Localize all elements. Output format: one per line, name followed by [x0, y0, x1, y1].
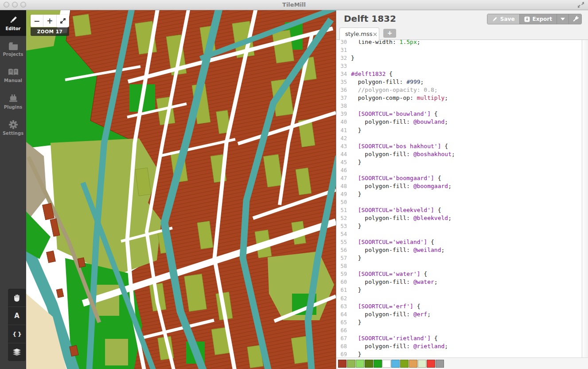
color-swatch[interactable]: [418, 360, 426, 368]
line-number: 37: [336, 94, 351, 102]
code-line[interactable]: 32}: [336, 54, 582, 62]
code-line[interactable]: 37 polygon-comp-op: multiply;: [336, 94, 582, 102]
sidebar-item-plugins[interactable]: Plugins: [0, 88, 26, 114]
code-line[interactable]: 50: [336, 198, 582, 206]
code-line[interactable]: 35 polygon-fill: #999;: [336, 78, 582, 86]
editor-scrollbar[interactable]: [582, 40, 588, 357]
map-preview[interactable]: − + ZOOM 17: [26, 10, 336, 369]
color-swatch[interactable]: [427, 360, 435, 368]
sidebar-item-projects[interactable]: Projects: [0, 36, 26, 62]
color-swatch[interactable]: [391, 360, 400, 368]
sidebar-item-editor[interactable]: Editor: [0, 10, 26, 36]
layers-icon: [13, 349, 21, 356]
code-line[interactable]: 60 polygon-fill: @water;: [336, 278, 582, 286]
line-number: 63: [336, 302, 351, 310]
code-line[interactable]: 52 polygon-fill: @bleekveld;: [336, 214, 582, 222]
tab-style-mss[interactable]: style.mss ×: [339, 27, 379, 40]
color-swatch[interactable]: [356, 360, 364, 368]
code-line[interactable]: 57 }: [336, 254, 582, 262]
sidebar-item-settings[interactable]: Settings: [0, 114, 26, 141]
braces-icon: { }: [12, 331, 21, 338]
code-line[interactable]: 48 polygon-fill: @boomgaard;: [336, 182, 582, 190]
line-number: 62: [336, 294, 351, 302]
color-swatch[interactable]: [365, 360, 373, 368]
code-line[interactable]: 38: [336, 102, 582, 110]
add-tab-button[interactable]: +: [383, 29, 396, 38]
code-line[interactable]: 54: [336, 230, 582, 238]
code-line[interactable]: 53 }: [336, 222, 582, 230]
code-line[interactable]: 59 [SOORTCUL='water'] {: [336, 270, 582, 278]
code-lines: 30 line-width: 1.5px;3132}3334#delft1832…: [336, 40, 582, 357]
color-swatch[interactable]: [400, 360, 409, 368]
code-line[interactable]: 41 }: [336, 126, 582, 134]
code-line[interactable]: 36 //polygon-opacity: 0.8;: [336, 86, 582, 94]
pan-tool-button[interactable]: [8, 289, 26, 306]
project-title: Delft 1832: [344, 13, 396, 24]
code-line[interactable]: 63 [SOORTCUL='erf'] {: [336, 302, 582, 310]
code-line[interactable]: 46: [336, 166, 582, 174]
line-number: 68: [336, 342, 351, 350]
zoom-out-button[interactable]: −: [31, 15, 43, 27]
carto-reference-button[interactable]: { }: [8, 325, 26, 343]
line-number: 52: [336, 214, 351, 222]
code-line[interactable]: 68 polygon-fill: @rietland;: [336, 342, 582, 350]
code-line[interactable]: 49 }: [336, 190, 582, 198]
code-line[interactable]: 31: [336, 46, 582, 54]
code-line[interactable]: 61 }: [336, 286, 582, 294]
code-line[interactable]: 47 [SOORTCUL='boomgaard'] {: [336, 174, 582, 182]
window-title: TileMill: [0, 0, 588, 10]
code-editor[interactable]: 30 line-width: 1.5px;3132}3334#delft1832…: [336, 40, 582, 357]
code-line[interactable]: 40 polygon-fill: @bouwland;: [336, 118, 582, 126]
line-number: 67: [336, 334, 351, 342]
folder-icon: [8, 42, 19, 51]
zoom-in-button[interactable]: +: [43, 15, 56, 27]
code-line[interactable]: 66: [336, 326, 582, 334]
color-swatch[interactable]: [374, 360, 382, 368]
sidebar-item-label: Plugins: [4, 105, 23, 110]
color-swatch[interactable]: [409, 360, 417, 368]
code-line[interactable]: 39 [SOORTCUL='bouwland'] {: [336, 110, 582, 118]
color-swatch[interactable]: [338, 360, 347, 368]
export-label: Export: [533, 16, 552, 22]
sidebar-item-manual[interactable]: Manual: [0, 62, 26, 88]
code-line[interactable]: 56 polygon-fill: @weiland;: [336, 246, 582, 254]
map-fullscreen-button[interactable]: [56, 15, 69, 27]
window-titlebar: TileMill: [0, 0, 588, 10]
line-number: 48: [336, 182, 351, 190]
close-icon[interactable]: ×: [373, 31, 378, 37]
line-number: 41: [336, 126, 351, 134]
fonts-tool-button[interactable]: A: [8, 306, 26, 325]
save-button[interactable]: Save: [487, 14, 519, 24]
code-line[interactable]: 65 }: [336, 318, 582, 326]
code-line[interactable]: 67 [SOORTCUL='rietland'] {: [336, 334, 582, 342]
code-line[interactable]: 58: [336, 262, 582, 270]
color-swatch[interactable]: [382, 360, 391, 368]
code-line[interactable]: 51 [SOORTCUL='bleekveld'] {: [336, 206, 582, 214]
code-line[interactable]: 62: [336, 294, 582, 302]
project-settings-button[interactable]: [569, 14, 581, 24]
line-number: 65: [336, 318, 351, 326]
code-line[interactable]: 64 polygon-fill: @erf;: [336, 310, 582, 318]
code-line[interactable]: 42: [336, 134, 582, 142]
code-line[interactable]: 34#delft1832 {: [336, 70, 582, 78]
tab-label: style.mss: [345, 31, 373, 37]
code-line[interactable]: 43 [SOORTCUL='bos hakhout'] {: [336, 142, 582, 150]
line-number: 51: [336, 206, 351, 214]
sidebar: Editor Projects Manual: [0, 10, 26, 369]
line-number: 43: [336, 142, 351, 150]
code-line[interactable]: 69 }: [336, 350, 582, 357]
color-swatch[interactable]: [347, 360, 355, 368]
code-line[interactable]: 55 [SOORTCUL='weiland'] {: [336, 238, 582, 246]
code-line[interactable]: 33: [336, 62, 582, 70]
export-dropdown-button[interactable]: [557, 14, 569, 24]
color-swatch[interactable]: [436, 360, 444, 368]
code-line[interactable]: 30 line-width: 1.5px;: [336, 40, 582, 46]
fullscreen-icon[interactable]: [577, 1, 584, 8]
layers-button[interactable]: [8, 343, 26, 361]
plug-icon: [8, 94, 19, 103]
export-button[interactable]: Export: [519, 14, 557, 24]
code-line[interactable]: 44 polygon-fill: @boshakhout;: [336, 150, 582, 158]
line-number: 64: [336, 310, 351, 318]
line-number: 50: [336, 198, 351, 206]
code-line[interactable]: 45 }: [336, 158, 582, 166]
